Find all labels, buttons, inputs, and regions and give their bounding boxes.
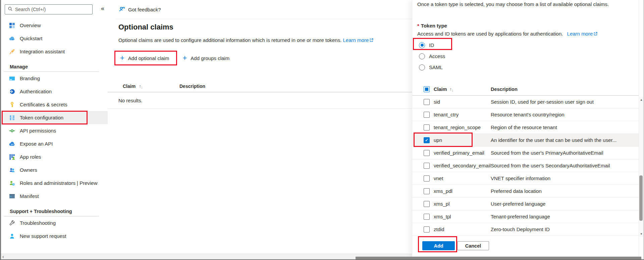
add-groups-claim-button[interactable]: + Add groups claim <box>182 54 229 62</box>
radio-label: Access <box>429 53 445 59</box>
add-button[interactable]: Add <box>422 241 455 250</box>
claim-checkbox[interactable]: ✓ <box>424 124 430 131</box>
token-type-access[interactable]: Access <box>417 51 504 62</box>
claim-row-upn[interactable]: ✓ upn An identifier for the user that ca… <box>412 134 639 147</box>
overview-icon <box>9 22 15 29</box>
radio-button[interactable] <box>419 53 425 59</box>
claim-description: User-preferred language <box>491 201 545 207</box>
claim-checkbox[interactable]: ✓ <box>424 175 430 181</box>
sidebar: « Overview Quickstart Integration assist… <box>1 0 108 253</box>
sort-icon: ↑↓ <box>139 84 143 88</box>
claim-checkbox[interactable]: ✓ <box>424 137 430 143</box>
claim-checkbox[interactable]: ✓ <box>424 163 430 169</box>
claim-name: xms_pl <box>434 201 450 207</box>
claim-checkbox[interactable]: ✓ <box>424 214 430 220</box>
claim-name: upn <box>434 137 442 143</box>
claim-row-sid[interactable]: ✓ sid Session ID, used for per-session u… <box>412 96 639 108</box>
sidebar-item-new-support-request[interactable]: New support request <box>1 229 108 243</box>
search-input[interactable] <box>15 7 90 12</box>
sidebar-section-header: Support + Troubleshooting <box>4 204 99 216</box>
scroll-left-icon[interactable]: ‹ <box>2 254 4 259</box>
radio-button[interactable] <box>419 42 425 48</box>
cancel-button[interactable]: Cancel <box>457 241 489 250</box>
radio-button[interactable] <box>419 64 425 70</box>
got-feedback-button[interactable]: Got feedback? <box>119 6 161 13</box>
claim-description: Region of the resource tenant <box>491 124 557 130</box>
sidebar-item-authentication[interactable]: Authentication <box>1 85 108 98</box>
panel-actions: Add Cancel <box>422 241 643 250</box>
page-description: Optional claims are used to configure ad… <box>118 37 412 44</box>
sidebar-item-owners[interactable]: Owners <box>1 163 108 176</box>
claim-row-vnet[interactable]: ✓ vnet VNET specifier information <box>412 172 639 185</box>
command-bar: Got feedback? <box>115 0 412 19</box>
claim-row-verified-secondary-email[interactable]: ✓ verified_secondary_email Sourced from … <box>412 159 639 172</box>
app-roles-icon <box>9 154 15 160</box>
claim-description: Sourced from the user's PrimaryAuthorita… <box>491 150 603 156</box>
select-all-checkbox[interactable]: ✓ <box>424 86 430 92</box>
claim-row-xms-tpl[interactable]: ✓ xms_tpl Tenant-preferred language <box>412 210 639 223</box>
claim-column-header[interactable]: Claim <box>434 87 447 92</box>
window-left-edge <box>0 0 1 260</box>
sidebar-item-roles-and-administrators-preview[interactable]: Roles and administrators | Preview <box>1 176 108 190</box>
sidebar-search[interactable] <box>5 4 93 14</box>
sidebar-item-manifest[interactable]: Manifest <box>1 190 108 203</box>
token-type-id[interactable]: ID <box>417 40 504 51</box>
table-header-row: ✓ Claim ↑↓ Description <box>412 83 639 96</box>
expose-api-icon <box>9 141 15 147</box>
claim-row-xms-pdl[interactable]: ✓ xms_pdl Preferred data location <box>412 185 639 198</box>
learn-more-link[interactable]: Learn more <box>567 31 593 37</box>
claim-row-tenant-region-scope[interactable]: ✓ tenant_region_scope Region of the reso… <box>412 121 639 134</box>
sidebar-item-quickstart[interactable]: Quickstart <box>1 32 108 45</box>
sidebar-item-overview[interactable]: Overview <box>1 19 108 32</box>
radio-label: ID <box>429 42 434 48</box>
sidebar-item-expose-an-api[interactable]: Expose an API <box>1 137 108 150</box>
claim-description: Zero-touch Deployment ID <box>491 226 550 232</box>
claim-description: Session ID, used for per-session user si… <box>491 99 594 105</box>
claim-description: Preferred data location <box>491 188 542 194</box>
available-claims-table: ✓ Claim ↑↓ Description ✓ sid Session ID,… <box>412 83 643 236</box>
claim-checkbox[interactable]: ✓ <box>424 112 430 118</box>
claim-row-tenant-ctry[interactable]: ✓ tenant_ctry Resource tenant's country/… <box>412 108 639 121</box>
required-asterisk: * <box>417 23 419 29</box>
token-type-saml[interactable]: SAML <box>417 62 504 73</box>
sidebar-item-certificates-secrets[interactable]: Certificates & secrets <box>1 98 108 111</box>
claim-description: Tenant-preferred language <box>491 214 550 219</box>
sidebar-item-integration-assistant[interactable]: Integration assistant <box>1 45 108 58</box>
page-title: Optional claims <box>118 23 412 32</box>
add-optional-claim-button[interactable]: + Add optional claim <box>120 54 169 62</box>
empty-results-row: No results. <box>108 92 412 109</box>
horizontal-scrollbar-thumb[interactable] <box>356 257 641 259</box>
add-groups-claim-label: Add groups claim <box>191 55 229 61</box>
panel-scrollbar-thumb[interactable] <box>639 175 643 221</box>
claim-checkbox[interactable]: ✓ <box>424 188 430 194</box>
claim-description: Resource tenant's country/region <box>491 112 565 117</box>
sidebar-item-branding[interactable]: Branding <box>1 72 108 85</box>
api-permissions-icon <box>9 128 15 134</box>
roles-administrators-icon <box>9 180 15 186</box>
sidebar-item-app-roles[interactable]: App roles <box>1 150 108 163</box>
claim-row-verified-primary-email[interactable]: ✓ verified_primary_email Sourced from th… <box>412 147 639 159</box>
claim-row-ztdid[interactable]: ✓ ztdid Zero-touch Deployment ID <box>412 223 639 236</box>
claim-name: xms_pdl <box>434 188 452 194</box>
scroll-down-icon[interactable]: ▼ <box>639 231 644 236</box>
panel-intro-text: Once a token type is selected, you may c… <box>417 1 643 7</box>
claim-checkbox[interactable]: ✓ <box>424 150 430 156</box>
got-feedback-label: Got feedback? <box>128 7 161 12</box>
claim-checkbox[interactable]: ✓ <box>424 99 430 105</box>
scroll-up-icon[interactable]: ▲ <box>639 97 644 102</box>
sidebar-item-troubleshooting[interactable]: Troubleshooting <box>1 216 108 229</box>
learn-more-link[interactable]: Learn more <box>343 37 369 43</box>
sort-icon[interactable]: ↑↓ <box>450 87 454 91</box>
claim-row-xms-pl[interactable]: ✓ xms_pl User-preferred language <box>412 198 639 210</box>
claim-name: verified_primary_email <box>434 150 484 156</box>
sidebar-item-token-configuration[interactable]: Token configuration <box>1 111 108 124</box>
collapse-sidebar-button[interactable]: « <box>101 5 104 11</box>
claim-column-header[interactable]: Claim ↑↓ <box>108 84 179 89</box>
claim-checkbox[interactable]: ✓ <box>424 201 430 207</box>
page-description-text: Optional claims are used to configure ad… <box>118 37 341 43</box>
claim-checkbox[interactable]: ✓ <box>424 226 430 232</box>
sidebar-section-header: Manage <box>4 59 99 72</box>
main-content: Got feedback? Optional claims Optional c… <box>108 0 412 253</box>
claim-name: xms_tpl <box>434 214 451 219</box>
sidebar-item-api-permissions[interactable]: API permissions <box>1 124 108 137</box>
